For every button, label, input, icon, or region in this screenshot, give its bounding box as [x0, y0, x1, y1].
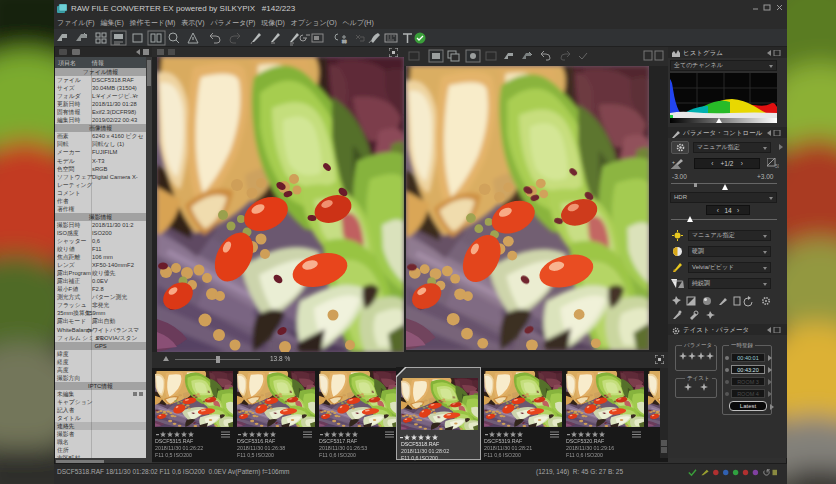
- svg-text:93: 93: [342, 39, 347, 44]
- svg-text:+: +: [672, 159, 675, 165]
- svg-text:50: 50: [775, 163, 779, 168]
